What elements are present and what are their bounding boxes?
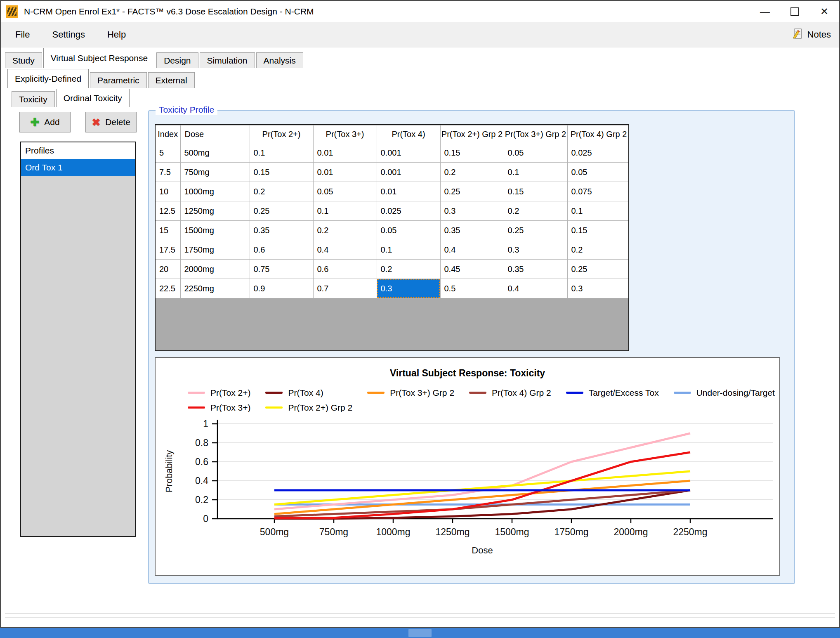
legend-swatch-icon xyxy=(188,406,205,409)
table-cell[interactable]: 0.001 xyxy=(377,143,440,163)
table-cell[interactable]: 0.001 xyxy=(377,163,440,182)
menu-help[interactable]: Help xyxy=(96,22,137,47)
legend-swatch-icon xyxy=(566,392,583,394)
table-cell[interactable]: 12.5 xyxy=(156,201,180,221)
table-cell[interactable]: 0.2 xyxy=(504,201,567,221)
x-tick-label: 1250mg xyxy=(435,527,470,537)
table-cell[interactable]: 0.6 xyxy=(250,240,313,260)
table-cell[interactable]: 0.4 xyxy=(313,240,377,260)
table-cell[interactable]: 0.25 xyxy=(440,182,504,201)
table-cell[interactable]: 0.25 xyxy=(567,260,629,279)
column-header[interactable]: Pr(Tox 2+) Grp 2 xyxy=(440,125,504,143)
table-cell[interactable]: 0.3 xyxy=(567,279,629,298)
table-cell[interactable]: 0.25 xyxy=(250,201,313,221)
table-cell[interactable]: 0.025 xyxy=(377,201,440,221)
table-cell[interactable]: 0.35 xyxy=(250,221,313,240)
table-cell[interactable]: 0.2 xyxy=(250,182,313,201)
table-cell[interactable]: 0.35 xyxy=(440,221,504,240)
notes-button[interactable]: Notes xyxy=(792,22,831,47)
table-cell[interactable]: 0.1 xyxy=(250,143,313,163)
table-cell[interactable]: 0.05 xyxy=(567,163,629,182)
table-cell[interactable]: 1000mg xyxy=(180,182,250,201)
table-cell[interactable]: 0.35 xyxy=(504,260,567,279)
tab-explicitly-defined[interactable]: Explicitly-Defined xyxy=(7,69,89,88)
table-cell[interactable]: 1500mg xyxy=(180,221,250,240)
table-cell[interactable]: 0.025 xyxy=(567,143,629,163)
table-cell[interactable]: 0.05 xyxy=(313,182,377,201)
table-cell[interactable]: 0.01 xyxy=(313,143,377,163)
table-cell[interactable]: 0.9 xyxy=(250,279,313,298)
menu-file[interactable]: File xyxy=(4,22,41,47)
table-cell[interactable]: 5 xyxy=(156,143,180,163)
minimize-button[interactable]: — xyxy=(750,1,780,22)
table-cell[interactable]: 2250mg xyxy=(180,279,250,298)
table-cell[interactable]: 0.75 xyxy=(250,260,313,279)
legend-item: Under-dosing/Target xyxy=(674,387,775,398)
table-cell[interactable]: 0.01 xyxy=(313,163,377,182)
table-cell[interactable]: 0.05 xyxy=(504,143,567,163)
column-header[interactable]: Pr(Tox 4) xyxy=(377,125,440,143)
column-header[interactable]: Pr(Tox 4) Grp 2 xyxy=(567,125,629,143)
tab-analysis[interactable]: Analysis xyxy=(256,52,303,68)
delete-button[interactable]: ✖ Delete xyxy=(85,112,137,132)
table-cell[interactable]: 0.15 xyxy=(567,221,629,240)
table-cell[interactable]: 0.2 xyxy=(313,221,377,240)
tab-parametric[interactable]: Parametric xyxy=(90,72,147,88)
table-cell[interactable]: 0.7 xyxy=(313,279,377,298)
taskbar[interactable] xyxy=(0,628,840,638)
table-cell[interactable]: 750mg xyxy=(180,163,250,182)
table-cell[interactable]: 0.3 xyxy=(504,240,567,260)
table-cell[interactable]: 0.3 xyxy=(440,201,504,221)
table-cell[interactable]: 20 xyxy=(156,260,180,279)
table-cell[interactable]: 1250mg xyxy=(180,201,250,221)
add-button[interactable]: ✚ Add xyxy=(19,112,71,132)
column-header[interactable]: Pr(Tox 2+) xyxy=(250,125,313,143)
table-cell[interactable]: 0.4 xyxy=(440,240,504,260)
plus-icon: ✚ xyxy=(30,117,39,128)
table-cell[interactable]: 0.2 xyxy=(567,240,629,260)
table-cell[interactable]: 0.05 xyxy=(377,221,440,240)
close-button[interactable]: ✕ xyxy=(809,1,839,22)
column-header[interactable]: Pr(Tox 3+) Grp 2 xyxy=(504,125,567,143)
table-cell[interactable]: 2000mg xyxy=(180,260,250,279)
table-cell[interactable]: 0.1 xyxy=(377,240,440,260)
table-cell[interactable]: 0.075 xyxy=(567,182,629,201)
column-header[interactable]: Index xyxy=(156,125,180,143)
profile-list-item[interactable]: Ord Tox 1 xyxy=(21,159,135,176)
table-cell[interactable]: 0.6 xyxy=(313,260,377,279)
table-cell[interactable]: 15 xyxy=(156,221,180,240)
table-cell[interactable]: 0.2 xyxy=(377,260,440,279)
table-cell[interactable]: 22.5 xyxy=(156,279,180,298)
table-cell[interactable]: 0.01 xyxy=(377,182,440,201)
tab-external[interactable]: External xyxy=(148,72,195,88)
vsr-tab-strip: Explicitly-Defined Parametric External xyxy=(1,68,839,88)
table-cell[interactable]: 17.5 xyxy=(156,240,180,260)
table-cell[interactable]: 500mg xyxy=(180,143,250,163)
table-cell[interactable]: 0.15 xyxy=(504,182,567,201)
table-cell[interactable]: 0.5 xyxy=(440,279,504,298)
table-cell[interactable]: 7.5 xyxy=(156,163,180,182)
table-cell[interactable]: 0.25 xyxy=(504,221,567,240)
column-header[interactable]: Dose xyxy=(180,125,250,143)
tab-study[interactable]: Study xyxy=(5,52,42,68)
column-header[interactable]: Pr(Tox 3+) xyxy=(313,125,377,143)
table-cell[interactable]: 0.4 xyxy=(504,279,567,298)
tab-virtual-subject-response[interactable]: Virtual Subject Response xyxy=(43,48,155,68)
maximize-button[interactable] xyxy=(780,1,809,22)
table-cell[interactable]: 0.1 xyxy=(313,201,377,221)
table-cell[interactable]: 0.45 xyxy=(440,260,504,279)
table-cell[interactable]: 10 xyxy=(156,182,180,201)
y-axis-label: Probability xyxy=(164,450,174,493)
table-cell[interactable]: 1750mg xyxy=(180,240,250,260)
table-cell[interactable]: 0.15 xyxy=(250,163,313,182)
tab-simulation[interactable]: Simulation xyxy=(200,52,255,68)
table-cell[interactable]: 0.1 xyxy=(567,201,629,221)
tab-design[interactable]: Design xyxy=(156,52,198,68)
menu-settings[interactable]: Settings xyxy=(41,22,96,47)
selected-cell[interactable]: 0.3 xyxy=(377,279,440,298)
table-cell[interactable]: 0.2 xyxy=(440,163,504,182)
table-cell[interactable]: 0.1 xyxy=(504,163,567,182)
tab-toxicity[interactable]: Toxicity xyxy=(12,91,55,107)
table-cell[interactable]: 0.15 xyxy=(440,143,504,163)
tab-ordinal-toxicity[interactable]: Ordinal Toxicity xyxy=(56,89,130,107)
